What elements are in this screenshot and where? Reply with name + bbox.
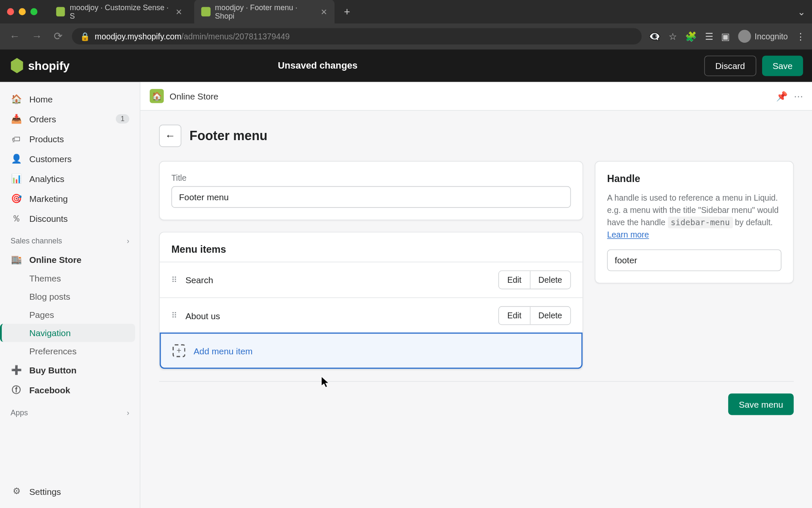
more-icon[interactable]: ⋯ [794,91,803,102]
unsaved-changes-label: Unsaved changes [278,60,357,71]
reload-button[interactable]: ⟳ [52,28,65,45]
url-input[interactable]: 🔒 moodjoy.myshopify.com/admin/menus/2078… [72,28,642,44]
more-menu-icon[interactable]: ⋮ [796,31,805,42]
edit-button[interactable]: Edit [499,307,530,324]
shopify-logo[interactable]: shopify [9,58,70,73]
breadcrumb-bar: 🏠 Online Store 📌 ⋯ [140,82,812,111]
handle-description: A handle is used to reference a menu in … [607,192,782,241]
sub-label: Navigation [29,328,71,338]
drag-handle-icon[interactable]: ⠿ [171,311,177,320]
minimize-window-button[interactable] [19,8,26,15]
sidebar-item-label: Facebook [29,385,70,395]
forward-button[interactable]: → [29,28,44,45]
close-window-button[interactable] [7,8,14,15]
page-content: ← Footer menu Title Menu items [140,110,812,429]
heading-label: Apps [11,408,28,417]
browser-tab-0[interactable]: moodjoy · Customize Sense · S ✕ [49,0,189,24]
title-input[interactable] [171,186,571,208]
star-icon[interactable]: ☆ [669,31,677,42]
app-top-bar: shopify Unsaved changes Discard Save [0,49,812,82]
close-tab-icon[interactable]: ✕ [321,7,328,17]
incognito-indicator[interactable]: Incognito [738,30,788,43]
extensions-icon[interactable]: 🧩 [685,31,697,42]
add-menu-item-button[interactable]: + Add menu item [160,333,583,369]
sidebar-item-marketing[interactable]: 🎯 Marketing [5,188,135,208]
sub-label: Pages [29,310,54,320]
sidebar-sub-themes[interactable]: Themes [5,269,135,287]
handle-heading: Handle [607,173,782,185]
sidebar-item-customers[interactable]: 👤 Customers [5,149,135,168]
sidebar-item-online-store[interactable]: 🏬 Online Store [5,249,135,269]
menu-item-row: ⠿ About us Edit Delete [160,298,583,333]
drag-handle-icon[interactable]: ⠿ [171,275,177,284]
main-column: Title Menu items ⠿ Search Edit [159,161,583,369]
sidebar-item-facebook[interactable]: ⓕ Facebook [5,380,135,400]
home-icon: 🏠 [11,93,22,105]
maximize-window-button[interactable] [30,8,38,15]
sidebar-item-settings[interactable]: ⚙ Settings [5,481,135,501]
content: 🏠 Online Store 📌 ⋯ ← Footer menu T [140,82,812,508]
save-button[interactable]: Save [762,55,803,76]
sidebar-item-buy-button[interactable]: ➕ Buy Button [5,360,135,380]
chevron-right-icon: › [127,408,129,417]
pin-icon[interactable]: 📌 [776,91,788,102]
sidebar-heading-apps[interactable]: Apps › [5,400,135,421]
sidebar-item-label: Home [29,94,52,104]
menu-item-label: Search [185,275,490,285]
eye-off-icon[interactable]: 👁‍🗨 [649,31,661,42]
sidebar-item-analytics[interactable]: 📊 Analytics [5,168,135,188]
handle-input[interactable] [607,249,782,271]
sidebar-heading-sales-channels[interactable]: Sales channels › [5,228,135,249]
tab-list-dropdown[interactable]: ⌄ [798,6,805,17]
delete-button[interactable]: Delete [530,271,571,288]
chevron-right-icon: › [127,237,129,246]
sidebar-item-home[interactable]: 🏠 Home [5,89,135,109]
title-field-label: Title [171,173,571,182]
sidebar-sub-blog-posts[interactable]: Blog posts [5,287,135,306]
menu-items-heading: Menu items [160,232,583,262]
main-area: 🏠 Home 📥 Orders 1 🏷 Products 👤 Customers… [0,82,812,508]
lock-icon: 🔒 [80,32,90,41]
url-path: /admin/menus/207811379449 [181,32,290,41]
layout-row: Title Menu items ⠿ Search Edit [159,161,794,369]
sidebar-sub-navigation[interactable]: Navigation [0,324,135,342]
orders-icon: 📥 [11,113,22,125]
edit-button[interactable]: Edit [499,271,530,288]
back-button[interactable]: ← [159,125,181,147]
handle-code-example: sidebar-menu [668,217,733,229]
sidebar: 🏠 Home 📥 Orders 1 🏷 Products 👤 Customers… [0,82,140,508]
browser-tab-1[interactable]: moodjoy · Footer menu · Shopi ✕ [194,0,335,24]
heading-label: Sales channels [11,237,62,246]
sidebar-item-products[interactable]: 🏷 Products [5,129,135,149]
sidebar-item-label: Products [29,134,64,144]
top-bar-actions: Discard Save [704,55,803,76]
incognito-label: Incognito [754,32,788,41]
side-panel-icon[interactable]: ▣ [721,31,730,42]
breadcrumb-actions: 📌 ⋯ [776,91,803,102]
back-button[interactable]: ← [7,28,22,45]
sub-label: Blog posts [29,292,70,302]
delete-button[interactable]: Delete [530,307,571,324]
url-host: moodjoy.myshopify.com [95,32,181,41]
sidebar-sub-pages[interactable]: Pages [5,306,135,324]
sidebar-item-discounts[interactable]: ％ Discounts [5,208,135,228]
discounts-icon: ％ [11,213,22,224]
breadcrumb-label[interactable]: Online Store [170,91,218,101]
products-icon: 🏷 [11,133,22,145]
menu-item-row: ⠿ Search Edit Delete [160,262,583,297]
discard-button[interactable]: Discard [704,55,756,76]
page-actions: Save menu [159,381,794,415]
sidebar-item-label: Analytics [29,174,64,184]
new-tab-button[interactable]: + [339,3,355,20]
close-tab-icon[interactable]: ✕ [176,7,183,17]
tab-title: moodjoy · Customize Sense · S [70,3,171,20]
sidebar-item-label: Buy Button [29,365,77,375]
sidebar-sub-preferences[interactable]: Preferences [5,342,135,360]
tab-bar: moodjoy · Customize Sense · S ✕ moodjoy … [0,0,812,23]
learn-more-link[interactable]: Learn more [607,230,649,240]
sidebar-item-label: Orders [29,114,56,124]
gear-icon: ⚙ [11,486,22,497]
save-menu-button[interactable]: Save menu [728,393,794,415]
reading-list-icon[interactable]: ☰ [705,31,713,42]
sidebar-item-orders[interactable]: 📥 Orders 1 [5,109,135,129]
